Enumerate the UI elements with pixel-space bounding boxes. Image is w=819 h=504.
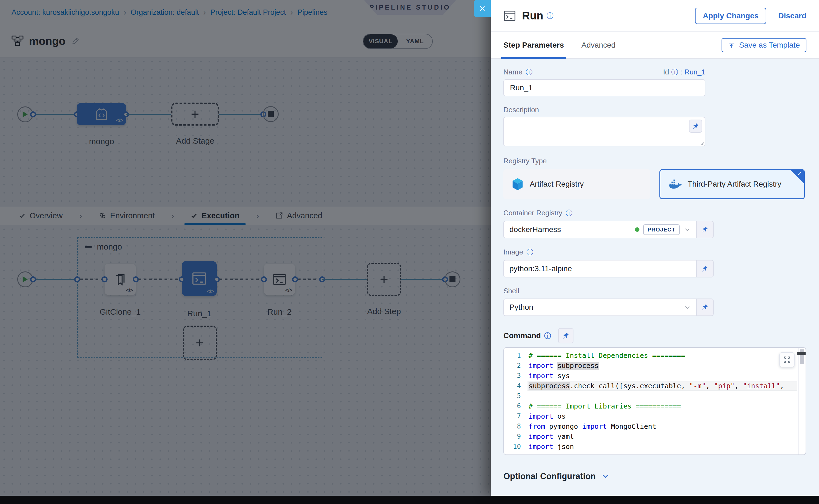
discard-button[interactable]: Discard — [778, 11, 806, 20]
docker-icon — [669, 179, 682, 190]
container-registry-value: dockerHarness — [510, 225, 561, 234]
registry-option-label: Third-Party Artifact Registry — [688, 180, 781, 189]
line-number: 6 — [504, 401, 521, 411]
scope-badge: PROJECT — [643, 224, 680, 235]
pin-icon — [701, 304, 708, 311]
modal-dim-overlay[interactable] — [0, 0, 491, 496]
drawer-tabs: Step Parameters Advanced Save as Templat… — [491, 31, 819, 59]
pin-input-type-button[interactable] — [689, 120, 702, 133]
registry-option-artifact-registry[interactable]: Artifact Registry — [504, 169, 650, 199]
pin-input-type-button[interactable] — [697, 221, 714, 238]
tab-advanced[interactable]: Advanced — [581, 32, 616, 58]
code-text: import sys — [521, 371, 570, 381]
selected-corner-badge: ✓ — [790, 170, 804, 184]
line-number: 10 — [504, 442, 521, 452]
image-input[interactable]: python:3.11-alpine — [504, 260, 697, 277]
code-line[interactable]: 7import os — [504, 411, 797, 421]
code-text: import subprocess — [521, 361, 599, 371]
description-label: Description — [504, 106, 806, 114]
pin-input-type-button[interactable] — [697, 260, 714, 277]
step-id-value[interactable]: Run_1 — [684, 68, 705, 76]
desktop-strip — [0, 496, 819, 504]
pin-icon — [692, 123, 699, 130]
code-text: from pymongo import MongoClient — [521, 421, 656, 431]
optional-configuration-label: Optional Configuration — [504, 471, 596, 481]
shell-value: Python — [510, 303, 533, 312]
line-number: 9 — [504, 431, 521, 442]
expand-editor-button[interactable] — [779, 352, 795, 367]
code-text: subprocess.check_call([sys.executable, "… — [521, 381, 788, 391]
upload-icon — [728, 42, 735, 49]
expand-icon — [783, 356, 791, 364]
pin-icon — [701, 226, 708, 233]
connector-status-dot — [635, 227, 640, 232]
drawer-header: Run ⓘ Apply Changes Discard — [491, 0, 819, 31]
code-text — [521, 391, 529, 401]
info-icon[interactable]: ⓘ — [547, 11, 554, 20]
code-line[interactable]: 9import yaml — [504, 431, 797, 442]
code-text: import yaml — [521, 431, 574, 442]
line-number: 5 — [504, 391, 521, 401]
code-line[interactable]: 5 — [504, 391, 797, 401]
code-line[interactable]: 10import json — [504, 442, 797, 452]
step-config-drawer: ✕ Run ⓘ Apply Changes Discard Step Param… — [491, 0, 819, 496]
optional-configuration-toggle[interactable]: Optional Configuration — [504, 471, 806, 481]
resize-handle[interactable] — [699, 141, 704, 145]
save-as-template-button[interactable]: Save as Template — [722, 38, 806, 52]
image-label: Imageⓘ — [504, 248, 806, 257]
name-label: Nameⓘ — [504, 68, 533, 77]
pipeline-studio-app: Account: kurosakiichigo.songoku › Organi… — [0, 0, 819, 496]
code-text: import os — [521, 411, 566, 421]
command-label: Commandⓘ — [504, 331, 551, 340]
name-input[interactable] — [504, 79, 705, 96]
code-text: # ====== Install Dependencies ======== — [521, 351, 685, 361]
drawer-title: Run — [522, 10, 543, 22]
line-number: 1 — [504, 351, 521, 361]
container-registry-select[interactable]: dockerHarness PROJECT — [504, 221, 697, 238]
code-line[interactable]: 1# ====== Install Dependencies ======== — [504, 351, 797, 361]
line-number: 2 — [504, 361, 521, 371]
pin-input-type-button[interactable] — [697, 299, 714, 316]
editor-overview-ruler-mark — [797, 352, 806, 355]
editor-scrollbar[interactable] — [798, 348, 806, 454]
info-icon[interactable]: ⓘ — [544, 331, 551, 340]
chevron-down-icon — [684, 304, 691, 311]
code-line[interactable]: 6# ====== Import Libraries =========== — [504, 401, 797, 411]
info-icon[interactable]: ⓘ — [526, 68, 533, 77]
editor-scrollbar-thumb[interactable] — [800, 349, 804, 364]
save-as-template-label: Save as Template — [739, 41, 800, 50]
line-number: 3 — [504, 371, 521, 381]
code-text: import json — [521, 442, 574, 452]
artifact-registry-icon — [512, 178, 524, 191]
run-step-icon — [504, 10, 516, 22]
registry-type-label: Registry Type — [504, 157, 806, 165]
command-code-editor[interactable]: 1# ====== Install Dependencies ========2… — [504, 347, 806, 455]
line-number: 4 — [504, 381, 521, 391]
info-icon[interactable]: ⓘ — [566, 208, 572, 218]
code-line[interactable]: 4subprocess.check_call([sys.executable, … — [504, 381, 797, 391]
shell-select[interactable]: Python — [504, 299, 697, 316]
close-drawer-button[interactable]: ✕ — [474, 0, 491, 17]
code-text: # ====== Import Libraries =========== — [521, 401, 681, 411]
line-number: 7 — [504, 411, 521, 421]
container-registry-label: Container Registryⓘ — [504, 208, 806, 218]
info-icon[interactable]: ⓘ — [527, 248, 533, 257]
image-value: python:3.11-alpine — [510, 264, 572, 273]
chevron-down-icon — [601, 472, 610, 480]
step-parameters-form: Nameⓘ Id ⓘ : Run_1 Description — [491, 59, 819, 496]
command-editor-lines[interactable]: 1# ====== Install Dependencies ========2… — [504, 351, 797, 453]
pin-icon — [701, 265, 708, 272]
pin-input-type-button[interactable] — [558, 328, 574, 343]
description-input[interactable] — [504, 117, 705, 146]
code-line[interactable]: 8from pymongo import MongoClient — [504, 421, 797, 431]
shell-label: Shell — [504, 287, 806, 295]
info-icon[interactable]: ⓘ — [671, 68, 678, 77]
code-line[interactable]: 3import sys — [504, 371, 797, 381]
registry-option-label: Artifact Registry — [530, 180, 584, 189]
registry-option-third-party[interactable]: Third-Party Artifact Registry ✓ — [659, 169, 805, 199]
apply-changes-button[interactable]: Apply Changes — [695, 8, 766, 24]
line-number: 8 — [504, 421, 521, 431]
code-line[interactable]: 2import subprocess — [504, 361, 797, 371]
tab-step-parameters[interactable]: Step Parameters — [504, 32, 564, 58]
step-id: Id ⓘ : Run_1 — [663, 68, 705, 77]
